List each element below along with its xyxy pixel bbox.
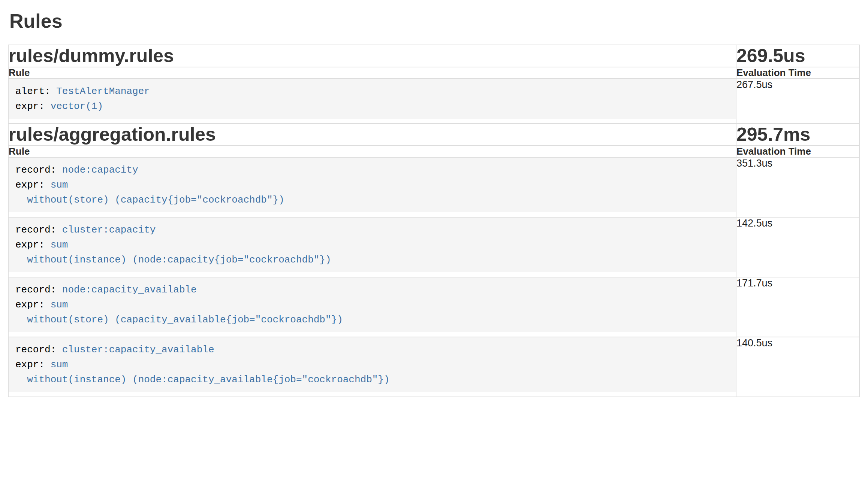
- rule-group-title-row: rules/aggregation.rules295.7ms: [8, 124, 859, 146]
- rule-group-file-cell: rules/aggregation.rules: [8, 124, 736, 146]
- rule-definition: alert: TestAlertManager expr: vector(1): [9, 79, 736, 119]
- rule-keyword: record:: [15, 344, 62, 355]
- eval-time-column-header: Evaluation Time: [736, 146, 859, 157]
- rules-table-body: rules/dummy.rules269.5usRuleEvaluation T…: [8, 45, 859, 397]
- rule-keyword: alert:: [15, 86, 56, 97]
- rule-group-eval-time-cell: 269.5us: [736, 45, 859, 67]
- rule-keyword: record:: [15, 284, 62, 295]
- rule-expr-link[interactable]: sum: [51, 359, 68, 370]
- rule-column-header: Rule: [8, 146, 736, 157]
- rule-keyword: expr:: [15, 101, 51, 112]
- rule-group-title-row: rules/dummy.rules269.5us: [8, 45, 859, 67]
- rule-definition-cell: record: node:capacity_available expr: su…: [8, 277, 736, 337]
- rule-expr-link[interactable]: node:capacity: [62, 164, 138, 176]
- rule-column-header: Rule: [8, 67, 736, 79]
- rule-expr-link[interactable]: node:capacity_available: [62, 284, 197, 295]
- rule-group-file: rules/dummy.rules: [9, 45, 736, 67]
- rule-definition-cell: record: cluster:capacity expr: sum witho…: [8, 217, 736, 277]
- rule-definition-cell: record: node:capacity expr: sum without(…: [8, 157, 736, 217]
- rule-definition: record: cluster:capacity_available expr:…: [9, 337, 736, 392]
- rule-keyword: expr:: [15, 239, 51, 250]
- rule-row: record: node:capacity_available expr: su…: [8, 277, 859, 337]
- page-title: Rules: [9, 10, 868, 32]
- rule-keyword: [15, 314, 27, 325]
- rule-columns-header-row: RuleEvaluation Time: [8, 67, 859, 79]
- rule-expr-link[interactable]: sum: [51, 239, 68, 250]
- rule-expr-link[interactable]: vector(1): [51, 101, 103, 112]
- rule-keyword: expr:: [15, 359, 51, 370]
- rule-columns-header-row: RuleEvaluation Time: [8, 146, 859, 157]
- rule-keyword: [15, 374, 27, 385]
- rule-eval-time: 171.7us: [736, 277, 859, 337]
- rule-row: record: cluster:capacity_available expr:…: [8, 337, 859, 397]
- rule-eval-time: 351.3us: [736, 157, 859, 217]
- rules-page: Rules rules/dummy.rules269.5usRuleEvalua…: [0, 10, 868, 397]
- rule-group-file: rules/aggregation.rules: [9, 124, 736, 145]
- rule-keyword: [15, 254, 27, 265]
- rule-expr-link[interactable]: TestAlertManager: [56, 86, 150, 97]
- eval-time-column-header: Evaluation Time: [736, 67, 859, 79]
- rule-eval-time: 142.5us: [736, 217, 859, 277]
- rules-table: rules/dummy.rules269.5usRuleEvaluation T…: [8, 45, 860, 397]
- rule-expr-link[interactable]: without(store) (capacity_available{job="…: [27, 314, 343, 325]
- rule-expr-link[interactable]: sum: [51, 179, 68, 191]
- rule-keyword: expr:: [15, 299, 51, 310]
- rule-expr-link[interactable]: sum: [51, 299, 68, 310]
- rule-expr-link[interactable]: without(instance) (node:capacity{job="co…: [27, 254, 331, 265]
- rule-row: record: node:capacity expr: sum without(…: [8, 157, 859, 217]
- rule-group-eval-time: 269.5us: [736, 45, 859, 67]
- rule-row: record: cluster:capacity expr: sum witho…: [8, 217, 859, 277]
- rule-eval-time: 267.5us: [736, 79, 859, 124]
- rule-keyword: [15, 194, 27, 206]
- rule-definition-cell: record: cluster:capacity_available expr:…: [8, 337, 736, 397]
- rule-group-eval-time-cell: 295.7ms: [736, 124, 859, 146]
- rule-expr-link[interactable]: without(store) (capacity{job="cockroachd…: [27, 194, 284, 206]
- rule-eval-time: 140.5us: [736, 337, 859, 397]
- rule-expr-link[interactable]: cluster:capacity_available: [62, 344, 214, 355]
- rule-group-eval-time: 295.7ms: [736, 124, 859, 145]
- rule-row: alert: TestAlertManager expr: vector(1)2…: [8, 79, 859, 124]
- rule-definition: record: cluster:capacity expr: sum witho…: [9, 218, 736, 272]
- rule-keyword: record:: [15, 224, 62, 236]
- rule-expr-link[interactable]: cluster:capacity: [62, 224, 156, 236]
- rule-keyword: record:: [15, 164, 62, 176]
- rule-expr-link[interactable]: without(instance) (node:capacity_availab…: [27, 374, 389, 385]
- rule-group-file-cell: rules/dummy.rules: [8, 45, 736, 67]
- rule-definition: record: node:capacity_available expr: su…: [9, 277, 736, 332]
- rule-definition-cell: alert: TestAlertManager expr: vector(1): [8, 79, 736, 124]
- rule-definition: record: node:capacity expr: sum without(…: [9, 158, 736, 212]
- rule-keyword: expr:: [15, 179, 51, 191]
